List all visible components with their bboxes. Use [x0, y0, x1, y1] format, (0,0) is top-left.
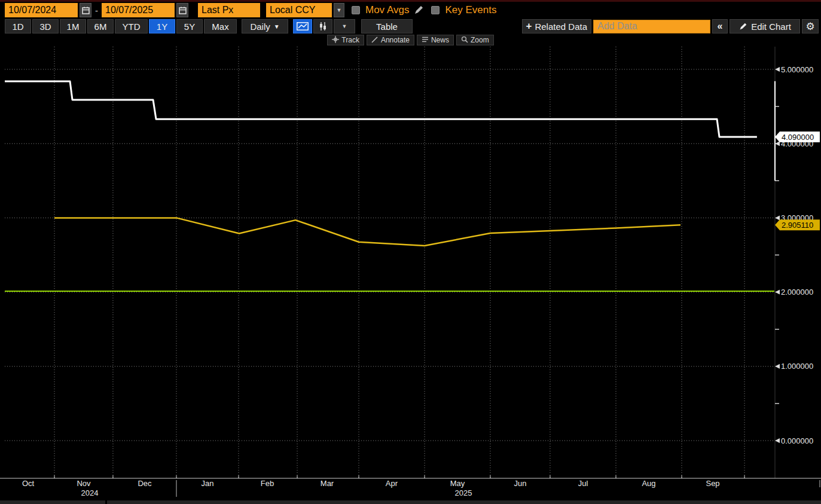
y-tick-arrow — [775, 438, 780, 443]
x-year-label: 2024 — [81, 488, 99, 497]
y-tick-arrow — [775, 215, 780, 220]
x-month-label: Dec — [138, 479, 152, 488]
x-month-label: Feb — [261, 479, 274, 488]
x-year-label: 2025 — [455, 488, 472, 497]
x-month-label: Jul — [578, 479, 588, 488]
y-tick-arrow — [775, 364, 780, 369]
x-month-label: Mar — [321, 479, 334, 488]
bottom-scrollbar[interactable] — [0, 500, 821, 504]
white-step-series — [5, 81, 757, 137]
price-chart[interactable]: 5.0000004.0000003.0000002.0000001.000000… — [0, 0, 821, 504]
y-tick-label: 2.000000 — [781, 288, 813, 297]
scrollbar-notch — [105, 500, 107, 504]
gold-series — [54, 218, 680, 246]
x-month-label: Apr — [386, 479, 398, 488]
gold-series-price-label: 2.905110 — [782, 221, 813, 230]
y-tick-arrow — [775, 290, 780, 295]
x-month-label: Oct — [22, 479, 35, 488]
x-month-label: Sep — [706, 479, 719, 488]
y-tick-arrow — [775, 141, 780, 146]
x-month-label: Aug — [642, 479, 655, 488]
x-month-label: May — [450, 479, 465, 488]
y-tick-label: 5.000000 — [781, 65, 813, 74]
bloomberg-chart-window: 10/07/2024 - 10/07/2025 Last Px Local CC… — [0, 0, 821, 504]
y-tick-arrow — [775, 67, 780, 72]
y-tick-label: 1.000000 — [781, 362, 813, 371]
white-step-series-price-label: 4.090000 — [782, 133, 814, 142]
x-month-label: Nov — [77, 479, 91, 488]
x-month-label: Jan — [202, 479, 214, 488]
y-tick-label: 0.000000 — [781, 436, 813, 445]
x-month-label: Jun — [514, 479, 527, 488]
